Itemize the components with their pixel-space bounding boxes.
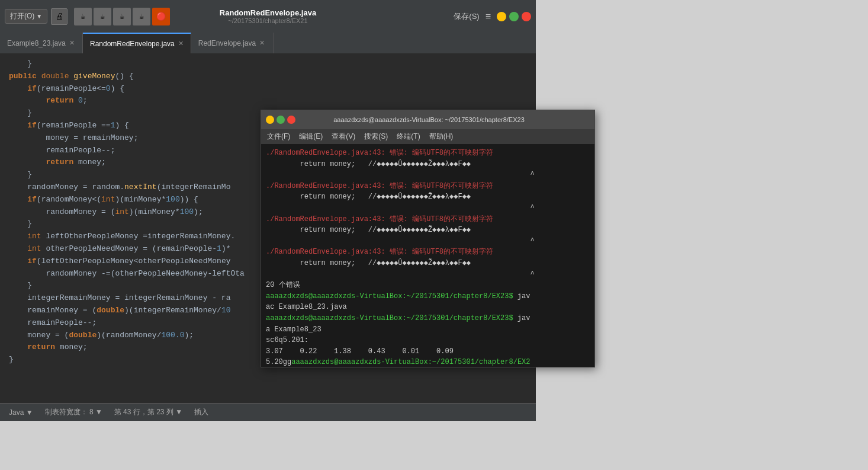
maximize-button[interactable] bbox=[509, 12, 519, 21]
tab-label-3: RedEnvelope.java bbox=[198, 39, 256, 47]
terminal-line-1: return money; //◆◆◆◆◆Û◆◆◆◆◆◆Ž◆◆◆λ◆◆F◆◆ bbox=[266, 159, 590, 170]
terminal-line-8: ^ bbox=[266, 269, 590, 280]
terminal-error-3: ./RandomRedEnvelope.java:43: 错误: 编码UTF8的… bbox=[266, 214, 590, 225]
terminal-line-4: ^ bbox=[266, 203, 590, 214]
tab-close-1[interactable]: ✕ bbox=[69, 39, 75, 47]
tab-icon-3: ☕ bbox=[113, 8, 131, 25]
open-button[interactable]: 打开(O) ▼ bbox=[5, 9, 47, 24]
code-line-4: if(remainPeople<=0) { bbox=[9, 83, 527, 95]
tab-close-3[interactable]: ✕ bbox=[259, 39, 265, 47]
tab-random-red-envelope[interactable]: RandomRedEnvelope.java ✕ bbox=[83, 33, 191, 53]
tab-icon-1: ☕ bbox=[74, 8, 92, 25]
code-line-1: } bbox=[9, 58, 527, 71]
tab-example8-23[interactable]: Example8_23.java ✕ bbox=[0, 33, 83, 53]
titlebar-tab-icons: ☕ ☕ ☕ ☕ 🔴 bbox=[74, 8, 170, 25]
tab-icon-2: ☕ bbox=[94, 8, 111, 25]
terminal-line-2: ^ bbox=[266, 170, 590, 181]
toolbar-icon-1[interactable]: 🖨 bbox=[51, 8, 67, 25]
editor-filename: RandomRedEnvelope.java bbox=[220, 8, 316, 17]
tab-label-2: RandomRedEnvelope.java bbox=[90, 40, 175, 48]
tab-icon-4: ☕ bbox=[133, 8, 150, 25]
editor-title-center: RandomRedEnvelope.java ~/20175301/chapte… bbox=[220, 8, 316, 24]
tab-label-1: Example8_23.java bbox=[7, 39, 66, 47]
tab-icon-active: 🔴 bbox=[152, 8, 170, 25]
terminal-maximize-button[interactable] bbox=[277, 116, 285, 124]
terminal-menu-search[interactable]: 搜索(S) bbox=[364, 132, 388, 142]
terminal-cmd-2: aaaazdxzds@aaaazdxzds-VirtualBox:~/20175… bbox=[266, 313, 590, 324]
editor-titlebar-left: 打开(O) ▼ 🖨 ☕ ☕ ☕ ☕ 🔴 bbox=[5, 8, 170, 25]
save-button[interactable]: 保存(S) bbox=[454, 11, 479, 22]
close-button[interactable] bbox=[522, 12, 531, 21]
code-line-3: public double giveMoney() { bbox=[9, 71, 527, 83]
terminal-cmd-3: 5.20ggaaaazdxzds@aaaazdxzds-VirtualBox:~… bbox=[266, 357, 590, 367]
tab-red-envelope[interactable]: RedEnvelope.java ✕ bbox=[191, 33, 274, 53]
editor-titlebar: 打开(O) ▼ 🖨 ☕ ☕ ☕ ☕ 🔴 RandomRedEnvelope.ja… bbox=[0, 0, 536, 33]
desktop: 打开(O) ▼ 🖨 ☕ ☕ ☕ ☕ 🔴 RandomRedEnvelope.ja… bbox=[0, 0, 868, 470]
terminal-menubar: 文件(F) 编辑(E) 查看(V) 搜索(S) 终端(T) 帮助(H) bbox=[261, 129, 594, 144]
terminal-cmd-1b: ac Example8_23.java bbox=[266, 302, 590, 313]
terminal-output-2: 3.07 0.22 1.38 0.43 0.01 0.09 bbox=[266, 346, 590, 357]
terminal-window-controls bbox=[266, 116, 295, 124]
terminal-line-3: return money; //◆◆◆◆◆Û◆◆◆◆◆◆Ž◆◆◆λ◆◆F◆◆ bbox=[266, 191, 590, 203]
terminal-cmd-2b: a Example8_23 bbox=[266, 324, 590, 335]
tab-close-2[interactable]: ✕ bbox=[178, 40, 184, 47]
open-dropdown-icon: ▼ bbox=[36, 13, 42, 20]
terminal-output-1: sc6q5.201: bbox=[266, 335, 590, 346]
tab-width[interactable]: 制表符宽度： 8 ▼ bbox=[45, 407, 102, 417]
editor-filepath: ~/20175301/chapter8/EX21 bbox=[220, 17, 316, 24]
open-label: 打开(O) bbox=[10, 11, 34, 21]
terminal-window: aaaazdxzds@aaaazdxzds-VirtualBox: ~/2017… bbox=[261, 110, 595, 367]
terminal-title: aaaazdxzds@aaaazdxzds-VirtualBox: ~/2017… bbox=[295, 116, 562, 123]
terminal-line-6: ^ bbox=[266, 236, 590, 247]
terminal-menu-file[interactable]: 文件(F) bbox=[267, 132, 290, 142]
terminal-menu-terminal[interactable]: 终端(T) bbox=[397, 132, 420, 142]
editor-tabs: Example8_23.java ✕ RandomRedEnvelope.jav… bbox=[0, 33, 536, 53]
language-selector[interactable]: Java ▼ bbox=[9, 408, 33, 417]
terminal-minimize-button[interactable] bbox=[266, 116, 274, 124]
terminal-content[interactable]: ./RandomRedEnvelope.java:43: 错误: 编码UTF8的… bbox=[261, 144, 594, 367]
terminal-cmd-1: aaaazdxzds@aaaazdxzds-VirtualBox:~/20175… bbox=[266, 291, 590, 302]
code-line-5: return 0; bbox=[9, 95, 527, 107]
terminal-error-4: ./RandomRedEnvelope.java:43: 错误: 编码UTF8的… bbox=[266, 247, 590, 258]
status-bar: Java ▼ 制表符宽度： 8 ▼ 第 43 行，第 23 列 ▼ 插入 bbox=[0, 403, 536, 421]
terminal-error-1: ./RandomRedEnvelope.java:43: 错误: 编码UTF8的… bbox=[266, 148, 590, 159]
insert-mode: 插入 bbox=[194, 407, 208, 417]
terminal-titlebar: aaaazdxzds@aaaazdxzds-VirtualBox: ~/2017… bbox=[261, 110, 594, 129]
terminal-error-2: ./RandomRedEnvelope.java:43: 错误: 编码UTF8的… bbox=[266, 181, 590, 192]
window-controls bbox=[497, 12, 531, 21]
terminal-menu-help[interactable]: 帮助(H) bbox=[429, 132, 454, 142]
minimize-button[interactable] bbox=[497, 12, 506, 21]
terminal-line-7: return money; //◆◆◆◆◆Û◆◆◆◆◆◆Ž◆◆◆λ◆◆F◆◆ bbox=[266, 258, 590, 269]
terminal-line-5: return money; //◆◆◆◆◆Û◆◆◆◆◆◆Ž◆◆◆λ◆◆F◆◆ bbox=[266, 225, 590, 236]
terminal-error-count: 20 个错误 bbox=[266, 280, 590, 291]
editor-titlebar-right: 保存(S) ≡ bbox=[454, 11, 531, 22]
menu-button[interactable]: ≡ bbox=[486, 11, 491, 22]
cursor-position: 第 43 行，第 23 列 ▼ bbox=[114, 407, 182, 417]
terminal-menu-view[interactable]: 查看(V) bbox=[332, 132, 355, 142]
terminal-menu-edit[interactable]: 编辑(E) bbox=[299, 132, 323, 142]
terminal-close-button[interactable] bbox=[287, 116, 295, 124]
